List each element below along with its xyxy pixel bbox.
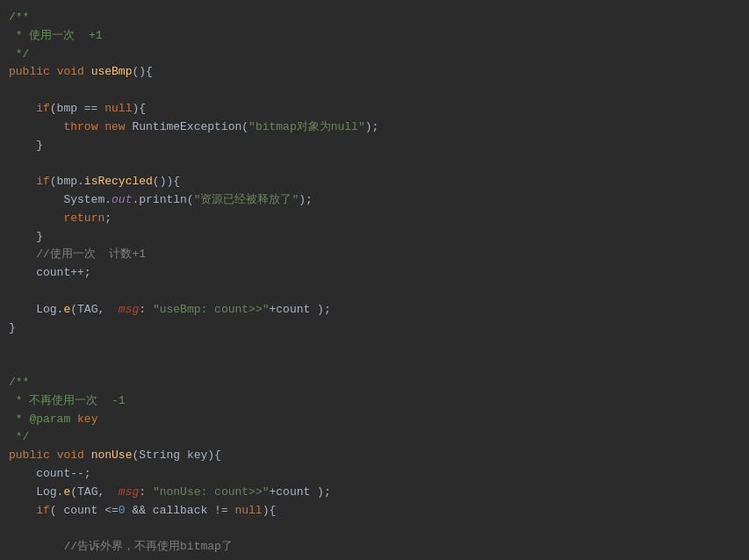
code-line: * @param key	[0, 411, 749, 429]
line-content: }	[9, 228, 740, 247]
line-content: //告诉外界，不再使用bitmap了	[9, 538, 740, 556]
token: out	[112, 193, 132, 206]
token: Log.	[9, 485, 63, 499]
token: ()){	[153, 175, 180, 188]
token: +count );	[270, 303, 331, 316]
code-line: Log.e(TAG, msg: "useBmp: count>>"+count …	[0, 301, 749, 319]
token: (bmp ==	[50, 102, 104, 115]
token: TAG	[77, 303, 97, 316]
token	[50, 449, 57, 462]
token: ){	[132, 102, 146, 115]
code-line	[0, 154, 749, 173]
token: if	[9, 102, 50, 115]
code-line: if(bmp.isRecycled()){	[0, 173, 749, 191]
code-line: }	[0, 137, 749, 155]
code-line: }	[0, 228, 749, 247]
token: msg	[119, 303, 139, 316]
token: * 使用一次	[9, 29, 89, 42]
line-content: */	[9, 428, 740, 447]
token: -1	[112, 394, 126, 407]
token: (String key){	[132, 449, 220, 462]
line-content	[9, 355, 740, 374]
line-content	[9, 283, 740, 301]
code-line: }	[0, 319, 749, 338]
token: nonUse	[91, 449, 133, 462]
token: "bitmap对象为null"	[248, 120, 365, 133]
code-line: throw new RuntimeException("bitmap对象为nul…	[0, 118, 749, 137]
code-line: /**	[0, 374, 749, 392]
token: ( count <=	[50, 504, 119, 517]
token: }	[9, 139, 43, 152]
line-content: /**	[9, 9, 740, 27]
code-line	[0, 283, 749, 301]
line-content: public void useBmp(){	[9, 63, 740, 82]
token: && callback !=	[126, 504, 235, 517]
line-content: public void nonUse(String key){	[9, 447, 740, 465]
line-content: //使用一次 计数+1	[9, 246, 740, 264]
code-content: /** * 使用一次 +1 */public void useBmp(){ if…	[0, 9, 749, 560]
code-line: return;	[0, 210, 749, 228]
code-editor: /** * 使用一次 +1 */public void useBmp(){ if…	[0, 0, 749, 560]
code-line: public void nonUse(String key){	[0, 447, 749, 465]
token: throw	[63, 120, 97, 133]
token: );	[365, 120, 379, 133]
token: /**	[9, 11, 29, 24]
token: "useBmp: count>>"	[153, 303, 270, 316]
token: //使用一次 计数+1	[36, 248, 146, 261]
token: :	[139, 485, 153, 499]
line-content: }	[9, 137, 740, 155]
line-content: * 使用一次 +1	[9, 27, 740, 46]
line-content: callback.nonUseBitmap(key,this);	[9, 556, 740, 560]
token: .println(	[132, 193, 193, 206]
line-content: System.out.println("资源已经被释放了");	[9, 191, 740, 210]
token	[9, 120, 63, 133]
token: new	[104, 120, 125, 133]
code-line: count--;	[0, 465, 749, 484]
token: public	[9, 65, 50, 78]
token: isRecycled	[84, 175, 153, 188]
token: if	[9, 504, 50, 517]
token: */	[9, 47, 29, 61]
token: );	[299, 193, 313, 206]
code-line	[0, 355, 749, 374]
line-content: count++;	[9, 264, 740, 283]
token: }	[9, 321, 16, 334]
line-content: /**	[9, 374, 740, 392]
token	[9, 540, 63, 553]
token: /**	[9, 376, 29, 389]
line-content: Log.e(TAG, msg: "useBmp: count>>"+count …	[9, 301, 740, 319]
code-line: callback.nonUseBitmap(key,this);	[0, 556, 749, 560]
token: count--;	[9, 467, 91, 480]
line-content: * @param key	[9, 411, 740, 429]
token: (	[70, 485, 77, 499]
token: (	[70, 303, 77, 316]
token	[84, 65, 91, 78]
code-line: * 不再使用一次 -1	[0, 392, 749, 411]
code-line: //告诉外界，不再使用bitmap了	[0, 538, 749, 556]
line-content	[9, 82, 740, 100]
code-line: */	[0, 428, 749, 447]
token: null	[104, 102, 132, 115]
code-line	[0, 82, 749, 100]
token: count++;	[9, 266, 91, 279]
code-line: * 使用一次 +1	[0, 27, 749, 46]
line-content: */	[9, 46, 740, 64]
token: }	[9, 230, 43, 243]
token: "nonUse: count>>"	[153, 485, 270, 499]
line-content: }	[9, 319, 740, 338]
line-content: count--;	[9, 465, 740, 484]
token: TAG	[77, 485, 97, 499]
line-content	[9, 337, 740, 355]
line-content	[9, 520, 740, 538]
token: if	[9, 175, 50, 188]
token: "资源已经被释放了"	[194, 193, 299, 206]
token: return	[63, 212, 104, 225]
token: useBmp	[91, 65, 133, 78]
line-content: if( count <=0 && callback != null){	[9, 502, 740, 521]
token	[50, 65, 57, 78]
token: void	[57, 449, 84, 462]
token: (bmp.	[50, 175, 84, 188]
token: public	[9, 449, 50, 462]
code-line: */	[0, 46, 749, 64]
code-line	[0, 337, 749, 355]
